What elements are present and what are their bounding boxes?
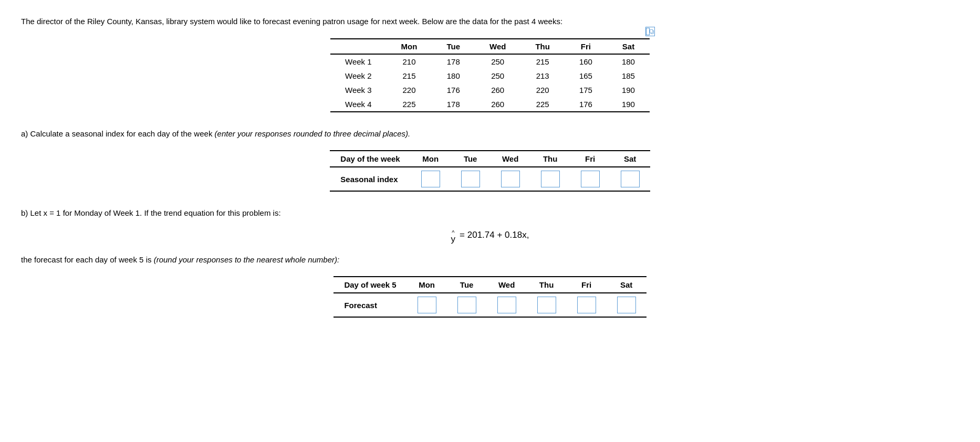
fc-input-tue[interactable] — [457, 297, 476, 313]
cell-w3-sat: 190 — [607, 83, 650, 97]
fc-input-wed[interactable] — [497, 297, 516, 313]
y-hat-symbol: ^ y — [451, 230, 456, 244]
table-row: Week 4 225 178 260 225 176 190 — [330, 97, 650, 112]
si-col-header-tue: Tue — [451, 151, 491, 167]
fc-col-header-day: Day of week 5 — [333, 277, 406, 293]
fc-col-header-fri: Fri — [567, 277, 607, 293]
si-input-thu[interactable] — [541, 171, 560, 187]
cell-w4-thu: 225 — [520, 97, 565, 112]
row-label-week1: Week 1 — [330, 54, 387, 69]
si-input-sat[interactable] — [621, 171, 640, 187]
fc-row-label: Forecast — [333, 293, 406, 317]
row-label-week3: Week 3 — [330, 83, 387, 97]
cell-w2-tue: 180 — [432, 69, 475, 83]
seasonal-index-row: Seasonal index — [330, 167, 650, 191]
si-input-mon[interactable] — [421, 171, 440, 187]
si-input-fri[interactable] — [581, 171, 600, 187]
forecast-row: Forecast — [333, 293, 646, 317]
cell-w3-fri: 175 — [565, 83, 607, 97]
row-label-week2: Week 2 — [330, 69, 387, 83]
equation-section: ^ y = 201.74 + 0.18x, — [21, 230, 959, 244]
intro-text: The director of the Riley County, Kansas… — [21, 16, 959, 28]
si-col-header-fri: Fri — [570, 151, 610, 167]
cell-w2-wed: 250 — [475, 69, 520, 83]
cell-w4-tue: 178 — [432, 97, 475, 112]
cell-w2-thu: 213 — [520, 69, 565, 83]
cell-w1-sat: 180 — [607, 54, 650, 69]
seasonal-index-table: Day of the week Mon Tue Wed Thu Fri Sat … — [330, 150, 650, 192]
section-b-conclusion: the forecast for each day of week 5 is (… — [21, 254, 959, 266]
fc-col-header-sat: Sat — [607, 277, 647, 293]
si-input-tue[interactable] — [461, 171, 480, 187]
equation-text: ^ y = 201.74 + 0.18x, — [451, 230, 529, 244]
cell-w2-fri: 165 — [565, 69, 607, 83]
cell-w1-fri: 160 — [565, 54, 607, 69]
col-header-empty — [330, 39, 387, 54]
copy-icon[interactable] — [645, 27, 655, 36]
cell-w3-mon: 220 — [387, 83, 432, 97]
cell-w1-mon: 210 — [387, 54, 432, 69]
svg-rect-1 — [650, 29, 653, 33]
cell-w3-wed: 260 — [475, 83, 520, 97]
si-col-header-thu: Thu — [530, 151, 570, 167]
data-table: Mon Tue Wed Thu Fri Sat Week 1 210 178 2… — [330, 38, 650, 112]
cell-w1-thu: 215 — [520, 54, 565, 69]
fc-input-fri[interactable] — [577, 297, 596, 313]
si-input-wed[interactable] — [501, 171, 520, 187]
col-header-tue: Tue — [432, 39, 475, 54]
fc-input-mon[interactable] — [418, 297, 436, 313]
col-header-fri: Fri — [565, 39, 607, 54]
si-col-header-wed: Wed — [491, 151, 530, 167]
cell-w4-sat: 190 — [607, 97, 650, 112]
table-row: Week 2 215 180 250 213 165 185 — [330, 69, 650, 83]
col-header-mon: Mon — [387, 39, 432, 54]
fc-col-header-mon: Mon — [407, 277, 447, 293]
fc-input-thu[interactable] — [537, 297, 556, 313]
fc-col-header-wed: Wed — [487, 277, 527, 293]
cell-w2-mon: 215 — [387, 69, 432, 83]
cell-w3-tue: 176 — [432, 83, 475, 97]
cell-w4-mon: 225 — [387, 97, 432, 112]
cell-w1-wed: 250 — [475, 54, 520, 69]
cell-w4-wed: 260 — [475, 97, 520, 112]
si-col-header-mon: Mon — [411, 151, 451, 167]
fc-col-header-tue: Tue — [447, 277, 487, 293]
cell-w4-fri: 176 — [565, 97, 607, 112]
cell-w3-thu: 220 — [520, 83, 565, 97]
cell-w1-tue: 178 — [432, 54, 475, 69]
col-header-thu: Thu — [520, 39, 565, 54]
forecast-table: Day of week 5 Mon Tue Wed Thu Fri Sat Fo… — [333, 276, 646, 318]
row-label-week4: Week 4 — [330, 97, 387, 112]
section-b-intro: b) Let x = 1 for Monday of Week 1. If th… — [21, 207, 959, 219]
si-row-label: Seasonal index — [330, 167, 410, 191]
col-header-sat: Sat — [607, 39, 650, 54]
si-col-header-sat: Sat — [610, 151, 650, 167]
table-row: Week 1 210 178 250 215 160 180 — [330, 54, 650, 69]
table-row: Week 3 220 176 260 220 175 190 — [330, 83, 650, 97]
section-a-label: a) Calculate a seasonal index for each d… — [21, 128, 959, 140]
fc-col-header-thu: Thu — [527, 277, 567, 293]
cell-w2-sat: 185 — [607, 69, 650, 83]
col-header-wed: Wed — [475, 39, 520, 54]
si-col-header-day: Day of the week — [330, 151, 410, 167]
fc-input-sat[interactable] — [617, 297, 636, 313]
equation-body: = 201.74 + 0.18x, — [460, 230, 529, 240]
